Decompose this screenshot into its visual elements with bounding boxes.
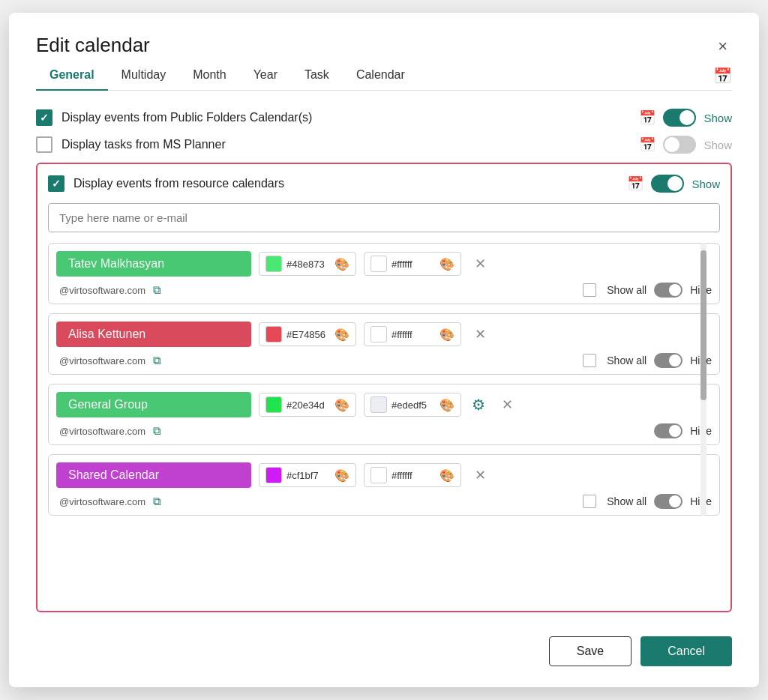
resource-show-label: Show <box>692 178 720 190</box>
fg-color-group-alisa: #E74856 🎨 <box>259 322 356 346</box>
resource-label: Display events from resource calendars <box>74 177 618 190</box>
copy-icon-tatev[interactable]: ⧉ <box>153 283 161 297</box>
calendar-entry-alisa: Alisa Kettunen #E74856 🎨 #ffffff 🎨 ✕ <box>48 313 720 375</box>
tab-multiday[interactable]: Multiday <box>108 61 180 91</box>
scrollbar-thumb[interactable] <box>700 250 706 400</box>
entry-top-general: General Group #20e34d 🎨 #ededf5 🎨 ⚙ ✕ <box>56 392 712 417</box>
resource-calendar-icon: 📅 <box>627 175 644 192</box>
hide-toggle-alisa[interactable] <box>654 353 682 368</box>
ms-planner-toggle[interactable] <box>663 136 696 154</box>
text-color-group-general: #ededf5 🎨 <box>364 393 461 417</box>
fg-hex-general: #20e34d <box>286 399 330 411</box>
remove-button-tatev[interactable]: ✕ <box>472 254 489 274</box>
fg-swatch-tatev <box>266 256 282 272</box>
fg-swatch-alisa <box>266 326 282 343</box>
ms-planner-label: Display tasks from MS Planner <box>62 138 630 151</box>
show-all-cb-tatev[interactable] <box>583 283 596 297</box>
entry-top-tatev: Tatev Malkhasyan #48e873 🎨 #ffffff 🎨 ✕ <box>56 251 712 277</box>
fg-hex-shared: #cf1bf7 <box>286 470 330 481</box>
public-folders-toggle[interactable] <box>663 109 696 127</box>
text-hex-shared: #ffffff <box>392 470 435 481</box>
resource-toggle[interactable] <box>651 175 684 193</box>
hide-toggle-general[interactable] <box>654 423 682 438</box>
dialog-footer: Save Cancel <box>36 636 732 666</box>
resource-calendars-box: Display events from resource calendars 📅… <box>36 163 732 612</box>
public-folders-calendar-icon: 📅 <box>639 109 656 126</box>
edit-calendar-dialog: Edit calendar × General Multiday Month Y… <box>9 13 759 687</box>
tab-general[interactable]: General <box>36 61 108 91</box>
hide-toggle-shared[interactable] <box>654 494 682 509</box>
entry-bottom-alisa: @virtosoftware.com ⧉ Show all Hide <box>56 353 712 368</box>
fg-palette-icon-general[interactable]: 🎨 <box>334 398 350 412</box>
fg-swatch-general <box>266 396 282 413</box>
fg-color-group-shared: #cf1bf7 🎨 <box>259 463 356 487</box>
text-color-group-tatev: #ffffff 🎨 <box>364 252 461 276</box>
fg-hex-alisa: #E74856 <box>286 329 330 340</box>
fg-palette-icon-alisa[interactable]: 🎨 <box>334 328 350 342</box>
calendar-entry-shared: Shared Calendar #cf1bf7 🎨 #ffffff 🎨 ✕ <box>48 454 720 516</box>
text-hex-alisa: #ffffff <box>392 329 435 340</box>
resource-header-row: Display events from resource calendars 📅… <box>48 175 720 193</box>
tab-month[interactable]: Month <box>179 61 239 91</box>
text-swatch-tatev <box>370 256 387 272</box>
copy-icon-shared[interactable]: ⧉ <box>153 495 161 508</box>
fg-hex-tatev: #48e873 <box>286 259 330 270</box>
remove-button-alisa[interactable]: ✕ <box>472 325 489 344</box>
header-right: × <box>713 34 732 58</box>
text-hex-tatev: #ffffff <box>392 259 435 270</box>
fg-palette-icon-tatev[interactable]: 🎨 <box>334 257 350 271</box>
hide-toggle-tatev[interactable] <box>654 283 682 298</box>
tab-calendar[interactable]: Calendar <box>343 61 418 91</box>
ms-planner-show-label: Show <box>704 139 732 151</box>
gear-button-general[interactable]: ⚙ <box>469 394 488 415</box>
dialog-header: Edit calendar × <box>36 34 732 58</box>
entry-top-alisa: Alisa Kettunen #E74856 🎨 #ffffff 🎨 ✕ <box>56 322 712 347</box>
text-palette-icon-general[interactable]: 🎨 <box>440 398 454 412</box>
show-all-label-alisa: Show all <box>607 354 646 366</box>
fg-palette-icon-shared[interactable]: 🎨 <box>334 468 350 483</box>
dialog-title: Edit calendar <box>36 34 150 57</box>
close-button[interactable]: × <box>713 35 732 58</box>
remove-button-shared[interactable]: ✕ <box>472 465 489 485</box>
email-shared: @virtosoftware.com <box>59 496 146 507</box>
fg-color-group-tatev: #48e873 🎨 <box>259 252 356 276</box>
email-tatev: @virtosoftware.com <box>59 285 146 296</box>
tab-task[interactable]: Task <box>291 61 343 91</box>
option-public-folders: Display events from Public Folders Calen… <box>36 109 732 127</box>
text-swatch-shared <box>370 467 387 483</box>
tab-year[interactable]: Year <box>240 61 291 91</box>
name-badge-shared: Shared Calendar <box>56 462 251 488</box>
calendar-entry-general: General Group #20e34d 🎨 #ededf5 🎨 ⚙ ✕ <box>48 384 720 445</box>
public-folders-checkbox[interactable] <box>36 109 52 126</box>
text-palette-icon-tatev[interactable]: 🎨 <box>440 257 454 271</box>
resource-search-input[interactable] <box>48 203 720 232</box>
copy-icon-general[interactable]: ⧉ <box>153 424 161 438</box>
show-all-cb-alisa[interactable] <box>583 354 596 367</box>
fg-swatch-shared <box>266 467 282 483</box>
tabs-bar: General Multiday Month Year Task Calenda… <box>36 61 732 91</box>
text-palette-icon-shared[interactable]: 🎨 <box>440 468 454 483</box>
text-swatch-general <box>370 396 387 413</box>
save-button[interactable]: Save <box>549 636 632 666</box>
entry-top-shared: Shared Calendar #cf1bf7 🎨 #ffffff 🎨 ✕ <box>56 462 712 488</box>
text-hex-general: #ededf5 <box>392 399 435 411</box>
cancel-button[interactable]: Cancel <box>640 636 732 666</box>
show-all-label-tatev: Show all <box>607 284 646 296</box>
name-badge-general: General Group <box>56 392 251 417</box>
remove-button-general[interactable]: ✕ <box>499 395 516 414</box>
email-general: @virtosoftware.com <box>59 426 146 437</box>
entry-bottom-shared: @virtosoftware.com ⧉ Show all Hide <box>56 494 712 509</box>
resource-checkbox[interactable] <box>48 175 64 192</box>
scrollbar-track <box>700 243 706 516</box>
text-color-group-shared: #ffffff 🎨 <box>364 463 461 487</box>
public-folders-show-label: Show <box>704 112 732 124</box>
text-palette-icon-alisa[interactable]: 🎨 <box>440 328 454 342</box>
copy-icon-alisa[interactable]: ⧉ <box>153 354 161 367</box>
option-ms-planner: Display tasks from MS Planner 📅 Show <box>36 136 732 154</box>
name-badge-alisa: Alisa Kettunen <box>56 322 251 347</box>
entry-bottom-general: @virtosoftware.com ⧉ Hide <box>56 423 712 438</box>
ms-planner-checkbox[interactable] <box>36 136 52 153</box>
ms-planner-calendar-icon: 📅 <box>639 136 656 153</box>
name-badge-tatev: Tatev Malkhasyan <box>56 251 251 277</box>
show-all-cb-shared[interactable] <box>583 495 596 508</box>
